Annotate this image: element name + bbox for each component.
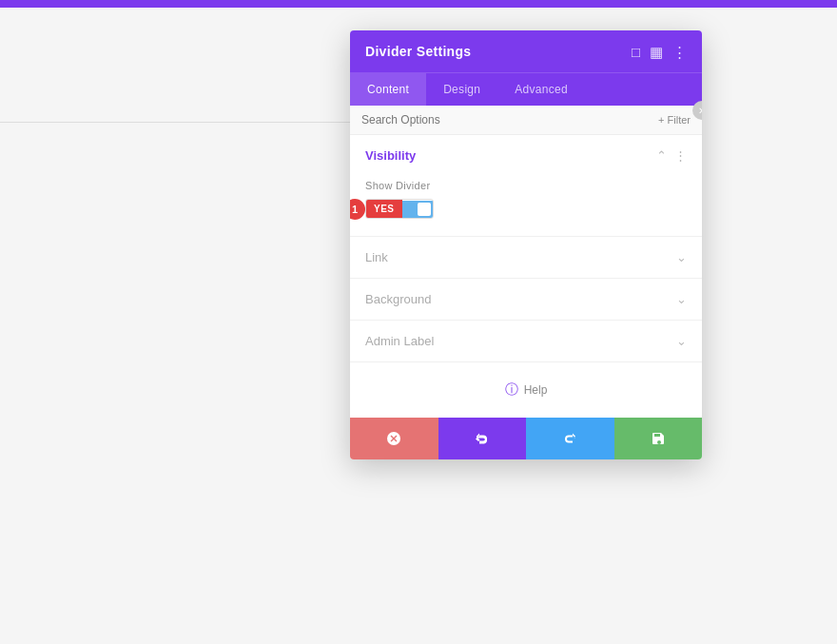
tab-content[interactable]: Content	[350, 73, 426, 106]
admin-label-section-header[interactable]: Admin Label ⌄	[350, 321, 702, 361]
search-input[interactable]	[361, 113, 552, 127]
visibility-header-icons: ⌃ ⋮	[656, 148, 687, 163]
toggle-yes-label: YES	[366, 200, 402, 218]
background-section: Background ⌄	[350, 279, 702, 321]
toggle-knob	[418, 203, 431, 216]
columns-icon[interactable]: ▦	[650, 45, 663, 59]
tab-bar: Content Design Advanced ✕	[350, 72, 702, 106]
cancel-button[interactable]	[350, 418, 438, 459]
toggle-wrapper: 1 YES	[365, 199, 687, 219]
background-chevron-icon: ⌄	[676, 292, 687, 306]
tab-design[interactable]: Design	[426, 73, 497, 106]
visibility-title: Visibility	[365, 148, 416, 163]
link-chevron-icon: ⌄	[676, 250, 687, 264]
top-bar	[0, 0, 837, 8]
modal-dialog: Divider Settings □ ▦ ⋮ Content Design Ad…	[350, 30, 702, 459]
visibility-section-header[interactable]: Visibility ⌃ ⋮	[350, 135, 702, 176]
help-section: ⓘ Help	[350, 362, 702, 418]
horizontal-divider-line	[0, 122, 352, 123]
redo-button[interactable]	[526, 418, 614, 459]
link-title: Link	[365, 250, 388, 264]
link-section: Link ⌄	[350, 237, 702, 279]
toggle-control[interactable]: YES	[365, 199, 434, 219]
filter-button[interactable]: + Filter	[658, 114, 691, 126]
undo-icon	[475, 431, 490, 446]
page-background: Divider Settings □ ▦ ⋮ Content Design Ad…	[0, 0, 837, 644]
expand-icon[interactable]: □	[632, 45, 640, 59]
background-title: Background	[365, 292, 431, 306]
modal-header: Divider Settings □ ▦ ⋮	[350, 30, 702, 72]
more-options-icon[interactable]: ⋮	[672, 45, 687, 59]
admin-label-section: Admin Label ⌄	[350, 321, 702, 362]
save-button[interactable]	[614, 418, 703, 459]
help-icon: ⓘ	[505, 381, 518, 399]
modal-header-icons: □ ▦ ⋮	[632, 45, 687, 59]
collapse-icon[interactable]: ⌃	[656, 148, 667, 163]
admin-label-title: Admin Label	[365, 334, 434, 348]
redo-icon	[562, 431, 577, 446]
settings-content: Visibility ⌃ ⋮ Show Divider 1 YES	[350, 135, 702, 418]
visibility-more-icon[interactable]: ⋮	[674, 148, 687, 163]
toggle-switch[interactable]	[402, 201, 433, 218]
admin-label-chevron-icon: ⌄	[676, 334, 687, 348]
visibility-section: Visibility ⌃ ⋮ Show Divider 1 YES	[350, 135, 702, 237]
link-section-header[interactable]: Link ⌄	[350, 237, 702, 278]
save-icon	[651, 431, 666, 446]
show-divider-label: Show Divider	[365, 180, 687, 191]
cancel-icon	[386, 431, 401, 446]
background-section-header[interactable]: Background ⌄	[350, 279, 702, 320]
step-badge: 1	[350, 199, 365, 220]
modal-footer	[350, 418, 702, 459]
undo-button[interactable]	[438, 418, 527, 459]
modal-title: Divider Settings	[365, 44, 471, 59]
tab-advanced[interactable]: Advanced	[497, 73, 585, 106]
help-text[interactable]: Help	[524, 383, 548, 397]
search-bar: + Filter	[350, 106, 702, 135]
visibility-body: Show Divider 1 YES	[350, 176, 702, 236]
